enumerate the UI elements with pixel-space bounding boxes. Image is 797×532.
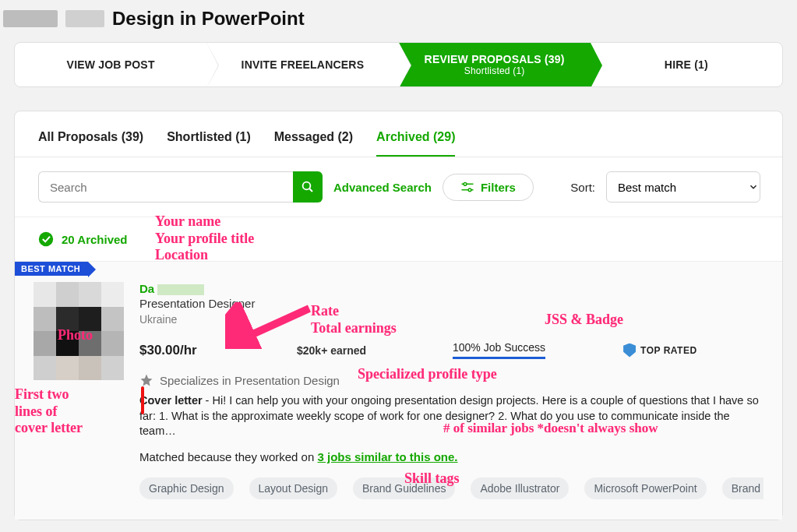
controls-row: Advanced Search Filters Sort: Best match [15,157,782,217]
skill-tag[interactable]: Adobe Illustrator [471,477,569,499]
tab-all-proposals[interactable]: All Proposals (39) [38,130,143,157]
freelancer-name[interactable]: Da [139,282,763,295]
step-label: INVITE FREELANCERS [242,58,365,71]
top-rated-badge: TOP RATED [623,344,697,358]
archived-section-header[interactable]: 20 Archived [15,217,782,261]
redacted-block [65,10,104,27]
svg-point-5 [468,188,471,192]
cover-letter-text: - Hi! I can help you with your ongoing p… [139,394,759,437]
freelancer-location: Ukraine [139,313,763,326]
step-invite[interactable]: INVITE FREELANCERS [206,43,398,86]
svg-point-6 [39,232,53,246]
step-hire[interactable]: HIRE (1) [591,43,782,86]
avatar[interactable] [34,282,124,380]
page-header: Design in PowerPoint [0,0,797,42]
star-icon [139,373,153,387]
page-title: Design in PowerPoint [112,8,305,30]
cover-letter-label: Cover letter [139,394,203,407]
tab-messaged[interactable]: Messaged (2) [274,130,353,157]
hourly-rate: $30.00/hr [139,343,297,358]
step-view-job[interactable]: VIEW JOB POST [15,43,206,86]
svg-point-3 [464,182,467,185]
proposal-subtabs: All Proposals (39) Shortlisted (1) Messa… [15,111,782,157]
best-match-ribbon: BEST MATCH [15,262,88,276]
sort-label: Sort: [570,181,595,194]
freelancer-headline: Presentation Designer [139,297,763,310]
advanced-search-link[interactable]: Advanced Search [333,181,432,194]
proposals-card: All Proposals (39) Shortlisted (1) Messa… [14,111,783,520]
check-circle-icon [38,231,54,247]
cover-letter-preview: Cover letter - Hi! I can help you with y… [139,393,763,439]
svg-point-0 [303,182,311,190]
hiring-stepper: VIEW JOB POST INVITE FREELANCERS REVIEW … [14,42,783,87]
job-success-score: 100% Job Success [453,341,545,359]
filters-button[interactable]: Filters [443,174,534,201]
step-label: VIEW JOB POST [67,58,155,71]
archived-count: 20 Archived [62,233,128,246]
tab-shortlisted[interactable]: Shortlisted (1) [167,130,251,157]
redacted-block [157,284,204,295]
step-label: HIRE (1) [665,58,708,71]
skill-tag[interactable]: Brand Guidelines [353,477,455,499]
specialization-text: Specializes in Presentation Design [160,374,340,387]
redacted-block [3,10,58,27]
skill-tag[interactable]: Brand Identity & Guidelines [722,477,763,499]
step-label: REVIEW PROPOSALS (39) [425,53,565,65]
step-sublabel: Shortlisted (1) [425,65,565,76]
badge-label: TOP RATED [640,345,697,356]
skill-tag[interactable]: Layout Design [249,477,338,499]
tab-archived[interactable]: Archived (29) [376,130,455,157]
svg-line-1 [309,188,312,192]
skill-tags: Graphic Design Layout Design Brand Guide… [139,477,763,499]
similar-jobs-link[interactable]: 3 jobs similar to this one. [317,450,457,463]
skill-tag[interactable]: Microsoft PowerPoint [584,477,706,499]
search-button[interactable] [293,171,323,203]
search-input[interactable] [38,171,293,203]
step-review[interactable]: REVIEW PROPOSALS (39) Shortlisted (1) [399,43,591,86]
search-icon [301,180,315,194]
matched-reason: Matched because they worked on 3 jobs si… [139,450,763,463]
sort-select[interactable]: Best match [606,171,760,203]
proposal-row[interactable]: BEST MATCH Da Presentation Designer Ukra… [15,261,782,520]
total-earned: $20k+ earned [297,344,453,357]
skill-tag[interactable]: Graphic Design [139,477,234,499]
specialization: Specializes in Presentation Design [139,373,763,387]
sliders-icon [460,181,474,193]
filters-label: Filters [481,181,516,194]
shield-icon [623,344,636,358]
